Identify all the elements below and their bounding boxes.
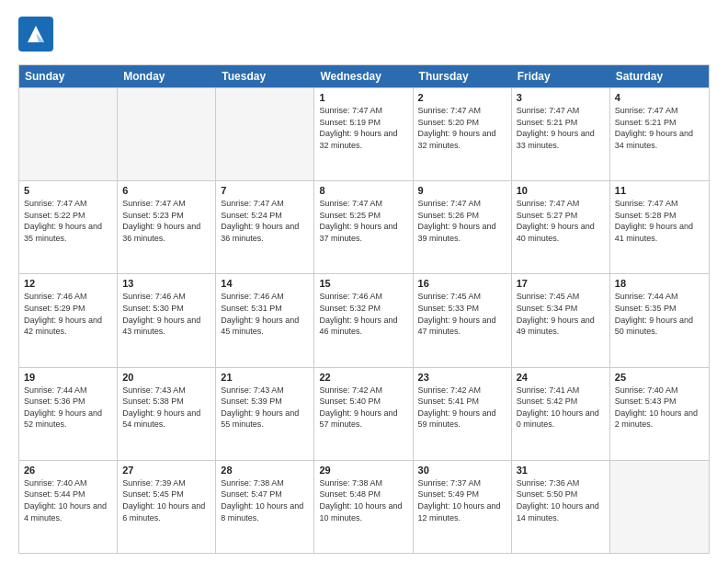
day-number: 25 xyxy=(615,372,704,383)
day-number: 17 xyxy=(517,278,605,289)
calendar-cell: 27Sunrise: 7:39 AMSunset: 5:45 PMDayligh… xyxy=(118,461,216,553)
day-info: Sunrise: 7:47 AMSunset: 5:27 PMDaylight:… xyxy=(517,198,605,244)
day-number: 30 xyxy=(418,465,506,476)
day-info: Sunrise: 7:37 AMSunset: 5:49 PMDaylight:… xyxy=(418,477,506,523)
calendar-cell: 26Sunrise: 7:40 AMSunset: 5:44 PMDayligh… xyxy=(19,461,118,553)
day-info: Sunrise: 7:47 AMSunset: 5:28 PMDaylight:… xyxy=(615,198,704,244)
calendar-header-cell: Wednesday xyxy=(314,65,413,87)
calendar-cell: 23Sunrise: 7:42 AMSunset: 5:41 PMDayligh… xyxy=(414,368,512,460)
day-number: 6 xyxy=(122,185,210,196)
calendar-cell: 4Sunrise: 7:47 AMSunset: 5:21 PMDaylight… xyxy=(610,88,709,180)
day-number: 3 xyxy=(517,92,605,103)
calendar-row: 1Sunrise: 7:47 AMSunset: 5:19 PMDaylight… xyxy=(19,87,709,180)
calendar-cell: 9Sunrise: 7:47 AMSunset: 5:26 PMDaylight… xyxy=(414,181,512,273)
day-number: 7 xyxy=(221,185,309,196)
day-info: Sunrise: 7:40 AMSunset: 5:43 PMDaylight:… xyxy=(615,385,704,431)
calendar-cell xyxy=(118,88,216,180)
calendar-cell: 19Sunrise: 7:44 AMSunset: 5:36 PMDayligh… xyxy=(19,368,118,460)
calendar-row: 19Sunrise: 7:44 AMSunset: 5:36 PMDayligh… xyxy=(19,367,709,460)
day-info: Sunrise: 7:45 AMSunset: 5:34 PMDaylight:… xyxy=(517,291,605,337)
calendar-cell: 3Sunrise: 7:47 AMSunset: 5:21 PMDaylight… xyxy=(512,88,610,180)
calendar-cell xyxy=(216,88,314,180)
calendar-cell: 1Sunrise: 7:47 AMSunset: 5:19 PMDaylight… xyxy=(314,88,413,180)
day-number: 2 xyxy=(418,92,506,103)
calendar-cell xyxy=(610,461,709,553)
day-info: Sunrise: 7:46 AMSunset: 5:32 PMDaylight:… xyxy=(319,291,407,337)
calendar-header-cell: Thursday xyxy=(414,65,512,87)
calendar-body: 1Sunrise: 7:47 AMSunset: 5:19 PMDaylight… xyxy=(19,87,709,553)
calendar-cell: 31Sunrise: 7:36 AMSunset: 5:50 PMDayligh… xyxy=(512,461,610,553)
day-info: Sunrise: 7:43 AMSunset: 5:39 PMDaylight:… xyxy=(221,385,309,431)
day-info: Sunrise: 7:46 AMSunset: 5:30 PMDaylight:… xyxy=(122,291,210,337)
day-number: 21 xyxy=(221,372,309,383)
calendar-row: 12Sunrise: 7:46 AMSunset: 5:29 PMDayligh… xyxy=(19,273,709,366)
calendar-cell: 16Sunrise: 7:45 AMSunset: 5:33 PMDayligh… xyxy=(414,274,512,366)
day-number: 28 xyxy=(221,465,309,476)
day-number: 8 xyxy=(319,185,407,196)
day-info: Sunrise: 7:42 AMSunset: 5:41 PMDaylight:… xyxy=(418,385,506,431)
day-info: Sunrise: 7:42 AMSunset: 5:40 PMDaylight:… xyxy=(319,385,407,431)
calendar-cell: 20Sunrise: 7:43 AMSunset: 5:38 PMDayligh… xyxy=(118,368,216,460)
day-number: 9 xyxy=(418,185,506,196)
header xyxy=(18,17,710,55)
calendar-cell: 2Sunrise: 7:47 AMSunset: 5:20 PMDaylight… xyxy=(414,88,512,180)
calendar-cell: 6Sunrise: 7:47 AMSunset: 5:23 PMDaylight… xyxy=(118,181,216,273)
day-info: Sunrise: 7:39 AMSunset: 5:45 PMDaylight:… xyxy=(122,477,210,523)
day-number: 27 xyxy=(122,465,210,476)
calendar: SundayMondayTuesdayWednesdayThursdayFrid… xyxy=(18,64,710,554)
calendar-cell: 12Sunrise: 7:46 AMSunset: 5:29 PMDayligh… xyxy=(19,274,118,366)
calendar-cell: 22Sunrise: 7:42 AMSunset: 5:40 PMDayligh… xyxy=(314,368,413,460)
day-info: Sunrise: 7:47 AMSunset: 5:26 PMDaylight:… xyxy=(418,198,506,244)
day-info: Sunrise: 7:47 AMSunset: 5:20 PMDaylight:… xyxy=(418,105,506,151)
day-number: 1 xyxy=(319,92,407,103)
day-number: 31 xyxy=(517,465,605,476)
calendar-cell: 8Sunrise: 7:47 AMSunset: 5:25 PMDaylight… xyxy=(314,181,413,273)
day-info: Sunrise: 7:44 AMSunset: 5:36 PMDaylight:… xyxy=(24,385,112,431)
calendar-cell: 15Sunrise: 7:46 AMSunset: 5:32 PMDayligh… xyxy=(314,274,413,366)
day-info: Sunrise: 7:45 AMSunset: 5:33 PMDaylight:… xyxy=(418,291,506,337)
day-info: Sunrise: 7:36 AMSunset: 5:50 PMDaylight:… xyxy=(517,477,605,523)
calendar-cell: 11Sunrise: 7:47 AMSunset: 5:28 PMDayligh… xyxy=(610,181,709,273)
calendar-cell: 24Sunrise: 7:41 AMSunset: 5:42 PMDayligh… xyxy=(512,368,610,460)
day-number: 5 xyxy=(24,185,112,196)
day-number: 12 xyxy=(24,278,112,289)
day-info: Sunrise: 7:47 AMSunset: 5:21 PMDaylight:… xyxy=(517,105,605,151)
calendar-cell: 21Sunrise: 7:43 AMSunset: 5:39 PMDayligh… xyxy=(216,368,314,460)
calendar-header-cell: Saturday xyxy=(610,65,709,87)
calendar-cell: 10Sunrise: 7:47 AMSunset: 5:27 PMDayligh… xyxy=(512,181,610,273)
day-number: 18 xyxy=(615,278,704,289)
calendar-cell: 17Sunrise: 7:45 AMSunset: 5:34 PMDayligh… xyxy=(512,274,610,366)
calendar-cell xyxy=(19,88,118,180)
day-number: 29 xyxy=(319,465,407,476)
calendar-header: SundayMondayTuesdayWednesdayThursdayFrid… xyxy=(19,65,709,87)
day-info: Sunrise: 7:47 AMSunset: 5:22 PMDaylight:… xyxy=(24,198,112,244)
day-info: Sunrise: 7:47 AMSunset: 5:24 PMDaylight:… xyxy=(221,198,309,244)
day-number: 19 xyxy=(24,372,112,383)
day-info: Sunrise: 7:38 AMSunset: 5:47 PMDaylight:… xyxy=(221,477,309,523)
logo xyxy=(18,17,57,55)
calendar-cell: 25Sunrise: 7:40 AMSunset: 5:43 PMDayligh… xyxy=(610,368,709,460)
day-info: Sunrise: 7:47 AMSunset: 5:21 PMDaylight:… xyxy=(615,105,704,151)
calendar-header-cell: Sunday xyxy=(19,65,118,87)
day-number: 11 xyxy=(615,185,704,196)
calendar-cell: 13Sunrise: 7:46 AMSunset: 5:30 PMDayligh… xyxy=(118,274,216,366)
page: SundayMondayTuesdayWednesdayThursdayFrid… xyxy=(0,0,728,563)
calendar-cell: 18Sunrise: 7:44 AMSunset: 5:35 PMDayligh… xyxy=(610,274,709,366)
logo-icon xyxy=(18,17,53,52)
day-info: Sunrise: 7:38 AMSunset: 5:48 PMDaylight:… xyxy=(319,477,407,523)
calendar-cell: 5Sunrise: 7:47 AMSunset: 5:22 PMDaylight… xyxy=(19,181,118,273)
day-number: 15 xyxy=(319,278,407,289)
day-number: 13 xyxy=(122,278,210,289)
calendar-cell: 7Sunrise: 7:47 AMSunset: 5:24 PMDaylight… xyxy=(216,181,314,273)
day-info: Sunrise: 7:47 AMSunset: 5:25 PMDaylight:… xyxy=(319,198,407,244)
day-info: Sunrise: 7:44 AMSunset: 5:35 PMDaylight:… xyxy=(615,291,704,337)
day-number: 4 xyxy=(615,92,704,103)
calendar-header-cell: Tuesday xyxy=(216,65,314,87)
calendar-header-cell: Monday xyxy=(118,65,216,87)
day-number: 10 xyxy=(517,185,605,196)
calendar-cell: 29Sunrise: 7:38 AMSunset: 5:48 PMDayligh… xyxy=(314,461,413,553)
day-info: Sunrise: 7:46 AMSunset: 5:29 PMDaylight:… xyxy=(24,291,112,337)
day-number: 23 xyxy=(418,372,506,383)
day-info: Sunrise: 7:43 AMSunset: 5:38 PMDaylight:… xyxy=(122,385,210,431)
day-info: Sunrise: 7:47 AMSunset: 5:19 PMDaylight:… xyxy=(319,105,407,151)
